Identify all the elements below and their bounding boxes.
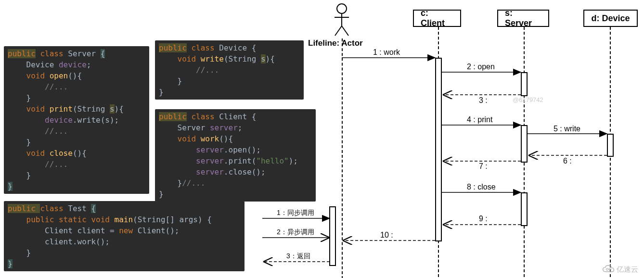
code-server: public class Server { Device device; voi… [4, 46, 149, 194]
cloud-icon [602, 265, 615, 274]
arrows-layer [258, 0, 644, 278]
watermark: @6179742 [513, 96, 543, 103]
msg-3: 3 : [479, 96, 488, 105]
msg-10: 10 : [380, 231, 393, 240]
msg-5: 5 : write [554, 125, 580, 133]
legend-3: 3：返回 [286, 252, 310, 261]
svg-rect-15 [330, 207, 335, 265]
logo: 亿速云 [602, 265, 638, 274]
msg-6: 6 : [563, 157, 572, 165]
logo-text: 亿速云 [617, 265, 638, 274]
sequence-diagram: Lifeline: Actor c: Client s: Server d: D… [258, 0, 644, 278]
msg-8: 8 : close [467, 183, 496, 191]
svg-point-20 [609, 268, 611, 270]
legend-2: 2：异步调用 [277, 228, 314, 237]
legend-1: 1：同步调用 [277, 209, 314, 217]
msg-9: 9 : [479, 215, 488, 223]
code-test: public class Test { public static void m… [4, 201, 245, 271]
msg-4: 4 : print [467, 115, 492, 124]
msg-1: 1 : work [373, 48, 400, 57]
msg-2: 2 : open [467, 63, 495, 71]
msg-7: 7 : [479, 162, 488, 171]
svg-point-19 [606, 268, 608, 270]
